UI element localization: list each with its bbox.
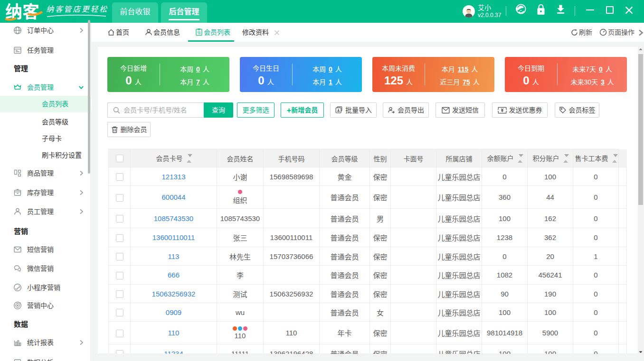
- svg-text:纳客: 纳客: [5, 2, 39, 21]
- svg-text:纳客管店更轻松: 纳客管店更轻松: [46, 4, 108, 14]
